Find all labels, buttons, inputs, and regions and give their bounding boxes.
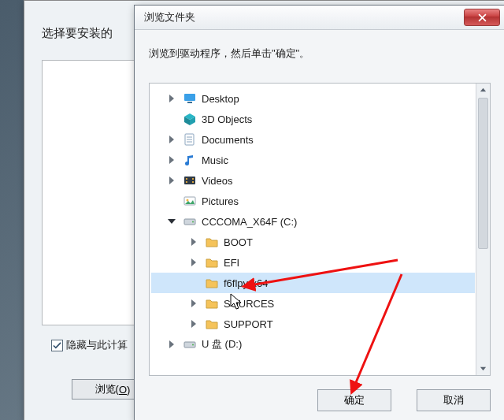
folder-icon xyxy=(205,296,219,310)
folder-icon xyxy=(205,235,219,249)
pictures-icon xyxy=(183,194,197,208)
tree-item-label: SOURCES xyxy=(224,298,274,310)
music-icon xyxy=(183,153,197,167)
tree-item-label: EFI xyxy=(224,257,239,269)
chevron-right-icon[interactable] xyxy=(165,340,178,348)
tree-item[interactable]: SUPPORT xyxy=(151,314,475,334)
tree-item[interactable]: EFI xyxy=(151,252,475,273)
folder-tree[interactable]: Desktop3D ObjectsDocumentsMusicVideosPic… xyxy=(149,83,491,376)
close-icon xyxy=(478,13,487,22)
tree-item[interactable]: CCCOMA_X64F (C:) xyxy=(151,211,475,232)
tree-item[interactable]: Desktop xyxy=(151,88,475,109)
tree-item[interactable]: f6flpy-x64 xyxy=(151,273,475,293)
tree-item[interactable]: SOURCES xyxy=(151,293,475,314)
scroll-down-arrow-icon[interactable] xyxy=(476,362,490,375)
tree-item[interactable]: Pictures xyxy=(151,191,475,211)
installer-heading: 选择要安装的 xyxy=(42,26,113,41)
chevron-right-icon[interactable] xyxy=(187,238,200,246)
videos-icon xyxy=(183,173,197,188)
chevron-right-icon[interactable] xyxy=(165,156,178,164)
hide-incompatible-checkbox[interactable]: 隐藏与此计算 xyxy=(51,338,128,352)
chevron-down-icon[interactable] xyxy=(165,217,178,225)
checkbox-checked-icon xyxy=(51,340,63,351)
tree-item[interactable]: 3D Objects xyxy=(151,109,475,129)
chevron-right-icon[interactable] xyxy=(165,177,178,184)
tree-item-label: Pictures xyxy=(202,195,239,207)
chevron-right-icon[interactable] xyxy=(187,320,200,328)
tree-item-label: CCCOMA_X64F (C:) xyxy=(202,216,297,228)
dialog-title: 浏览文件夹 xyxy=(144,10,195,24)
chevron-right-icon[interactable] xyxy=(165,136,178,143)
dialog-instruction: 浏览到驱动程序，然后单击"确定"。 xyxy=(149,46,309,61)
tree-item-label: Videos xyxy=(202,175,233,187)
tree-item[interactable]: Documents xyxy=(151,129,475,150)
tree-item[interactable]: Videos xyxy=(151,170,475,191)
dialog-titlebar[interactable]: 浏览文件夹 xyxy=(135,6,504,30)
close-button[interactable] xyxy=(464,9,500,26)
scroll-up-arrow-icon[interactable] xyxy=(476,84,490,97)
tree-item[interactable]: BOOT xyxy=(151,232,475,252)
hide-incompatible-label: 隐藏与此计算 xyxy=(66,338,128,352)
ok-button[interactable]: 确定 xyxy=(317,389,391,411)
vertical-scrollbar[interactable] xyxy=(476,84,490,375)
chevron-right-icon[interactable] xyxy=(187,299,200,307)
tree-item[interactable]: Music xyxy=(151,150,475,170)
tree-item-label: Music xyxy=(202,154,228,166)
tree-item-label: SUPPORT xyxy=(224,318,273,330)
tree-item[interactable]: U 盘 (D:) xyxy=(151,334,475,355)
chevron-right-icon[interactable] xyxy=(165,95,178,102)
tree-item-label: Documents xyxy=(202,134,254,146)
chevron-right-icon[interactable] xyxy=(187,258,200,266)
cancel-button[interactable]: 取消 xyxy=(417,389,491,411)
drive-icon xyxy=(183,337,197,351)
browse-folder-dialog: 浏览文件夹 浏览到驱动程序，然后单击"确定"。 Desktop3D Object… xyxy=(134,5,504,420)
3d-icon xyxy=(183,112,197,126)
scrollbar-thumb[interactable] xyxy=(478,98,488,249)
docs-icon xyxy=(183,132,197,147)
folder-icon xyxy=(205,276,219,290)
tree-item-label: BOOT xyxy=(224,236,253,248)
folder-icon xyxy=(205,317,219,331)
folder-icon xyxy=(205,255,219,269)
tree-item-label: f6flpy-x64 xyxy=(224,277,268,289)
desktop-icon xyxy=(183,91,197,106)
tree-item-label: U 盘 (D:) xyxy=(202,337,242,351)
drive-icon xyxy=(183,214,197,229)
tree-item-label: 3D Objects xyxy=(202,113,252,125)
tree-item-label: Desktop xyxy=(202,93,239,105)
